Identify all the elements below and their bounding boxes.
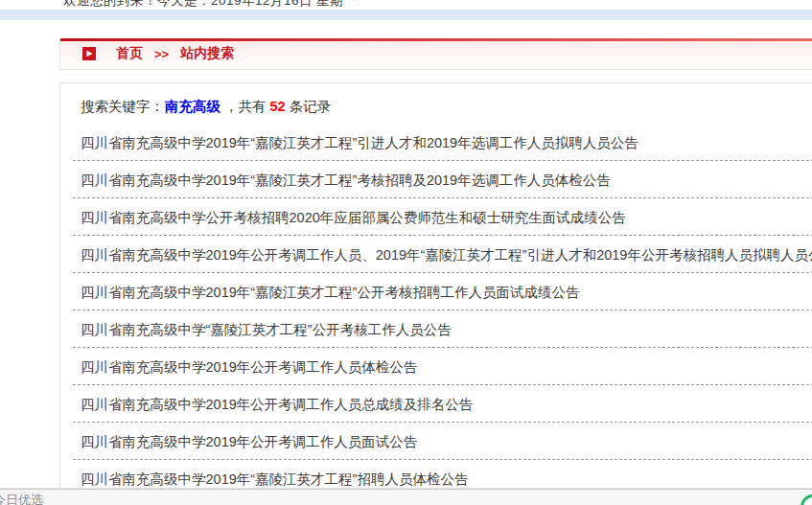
search-summary-label: 搜索关键字： [81,99,164,114]
result-link[interactable]: 四川省南充高级中学“嘉陵江英才工程”公开考核工作人员公告 [81,322,452,337]
result-list: 四川省南充高级中学2019年“嘉陵江英才工程”引进人才和2019年选调工作人员拟… [73,124,812,497]
search-summary-middle: ，共有 [224,99,267,114]
list-item: 四川省南充高级中学2019年公开考调工作人员面试公告 [73,423,812,460]
list-item: 四川省南充高级中学2019年“嘉陵江英才工程”公开考核招聘工作人员面试成绩公告 [73,273,812,310]
list-item: 四川省南充高级中学2019年“嘉陵江英才工程”考核招聘及2019年选调工作人员体… [73,161,812,198]
list-item: 四川省南充高级中学公开考核招聘2020年应届部属公费师范生和硕士研究生面试成绩公… [73,198,812,236]
list-item: 四川省南充高级中学2019年公开考调工作人员总成绩及排名公告 [73,385,812,423]
search-summary: 搜索关键字：南充高级，共有52条记录 [60,83,812,116]
result-link[interactable]: 四川省南充高级中学2019年“嘉陵江英才工程”公开考核招聘工作人员面试成绩公告 [81,285,579,300]
result-link[interactable]: 四川省南充高级中学公开考核招聘2020年应届部属公费师范生和硕士研究生面试成绩公… [81,210,626,225]
list-item: 四川省南充高级中学2019年“嘉陵江英才工程”引进人才和2019年选调工作人员拟… [73,124,812,161]
search-results-panel: 搜索关键字：南充高级，共有52条记录 四川省南充高级中学2019年“嘉陵江英才工… [59,82,812,505]
breadcrumb-accent-line [60,38,812,41]
result-link[interactable]: 四川省南充高级中学2019年公开考调工作人员体检公告 [81,359,417,375]
top-blue-band [0,10,812,20]
result-link[interactable]: 四川省南充高级中学2019年“嘉陵江英才工程”引进人才和2019年选调工作人员拟… [81,135,638,150]
result-link[interactable]: 四川省南充高级中学2019年公开考调工作人员、2019年“嘉陵江英才工程”引进人… [81,247,812,263]
page: 欢迎您的到来！今天是：2019年12月16日 星期一 ▶ 首页 >> 站内搜索 … [0,0,812,505]
result-link[interactable]: 四川省南充高级中学2019年公开考调工作人员面试公告 [81,434,417,449]
breadcrumb-separator: >> [154,47,169,61]
result-link[interactable]: 四川省南充高级中学2019年公开考调工作人员总成绩及排名公告 [81,397,473,412]
promo-bar-label: 今日优选 [0,492,43,505]
breadcrumb: ▶ 首页 >> 站内搜索 [59,38,812,70]
breadcrumb-home-link[interactable]: 首页 [116,45,143,62]
play-arrow-icon: ▶ [82,47,96,60]
list-item: 四川省南充高级中学“嘉陵江英才工程”公开考核工作人员公告 [73,310,812,348]
search-summary-suffix: 条记录 [290,99,332,114]
browser-promo-bar: 今日优选 [0,489,812,505]
welcome-date-text: 欢迎您的到来！今天是：2019年12月16日 星期一 [63,0,357,10]
search-result-count: 52 [270,99,286,114]
list-item: 四川省南充高级中学2019年公开考调工作人员体检公告 [73,348,812,385]
result-link[interactable]: 四川省南充高级中学2019年“嘉陵江英才工程”招聘人员体检公告 [81,471,468,487]
result-link[interactable]: 四川省南充高级中学2019年“嘉陵江英才工程”考核招聘及2019年选调工作人员体… [81,172,611,188]
breadcrumb-current-site-search[interactable]: 站内搜索 [180,45,234,62]
search-keyword: 南充高级 [165,99,220,114]
list-item: 四川省南充高级中学2019年公开考调工作人员、2019年“嘉陵江英才工程”引进人… [73,236,812,273]
